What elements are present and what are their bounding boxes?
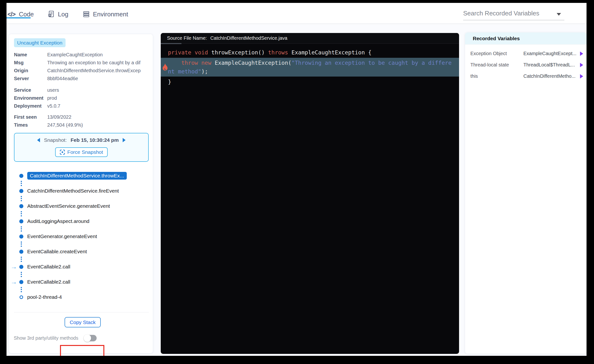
stack-frame[interactable]: CatchInDifferentMethodService.throwEx... [9, 172, 153, 180]
code-line: } [161, 78, 459, 86]
frame-marker-icon [19, 174, 24, 178]
code-keyword: throws [268, 49, 288, 56]
stack-frame[interactable]: pool-2-thread-4 [9, 293, 153, 301]
snapshot-previous-icon[interactable] [37, 138, 40, 142]
stack-frame-label: EventGenerator.generateEvent [27, 233, 97, 239]
row-service: Service users [14, 86, 150, 94]
code-header-indicator [161, 43, 182, 44]
row-server: Server 8bbf044ead6e [14, 75, 150, 83]
stack-frame[interactable]: EventGenerator.generateEvent [9, 232, 153, 240]
first-seen-value: 13/09/2022 [47, 114, 150, 120]
code-text [168, 60, 181, 66]
variable-name: this [470, 73, 523, 79]
code-text: ExampleCaughtException( [211, 60, 291, 66]
stack-connector [19, 240, 24, 247]
variable-row[interactable]: thisCatchInDifferentMetho... [465, 71, 587, 82]
name-value: ExampleCaughtException [47, 52, 150, 58]
search-underline [463, 20, 564, 20]
force-snapshot-button[interactable]: Force Snapshot [55, 147, 108, 157]
stack-frame[interactable]: →EventCallable2.call [9, 263, 153, 271]
code-text: ExampleCaughtException { [288, 49, 371, 56]
content-area: Uncaught Exception Name ExampleCaughtExc… [7, 25, 587, 356]
stack-frame[interactable]: EventCallable.createEvent [9, 247, 153, 256]
stack-frame-label: CatchInDifferentMethodService.fireEvent [27, 188, 119, 194]
stack-connector [19, 225, 24, 232]
server-value: 8bbf044ead6e [47, 76, 150, 81]
force-snapshot-icon [60, 150, 65, 155]
toggle-knob [84, 334, 91, 342]
first-seen-label: First seen [14, 114, 47, 120]
third-party-toggle-row: Show 3rd party/utility methods [14, 334, 97, 342]
frame-marker-icon [19, 280, 24, 284]
exception-fire-icon[interactable] [162, 63, 169, 71]
tab-environment[interactable]: Environment [83, 9, 128, 18]
tab-log[interactable]: Log [48, 9, 68, 18]
code-text: } [168, 79, 171, 85]
expand-variable-icon[interactable] [580, 52, 583, 56]
thread-marker-icon [19, 295, 24, 299]
stack-connector [19, 256, 24, 263]
exception-identity-group: Name ExampleCaughtException Msg Throwing… [14, 51, 150, 83]
stack-frame[interactable]: CatchInDifferentMethodService.fireEvent [9, 187, 153, 195]
code-viewer: Source File Name: CatchInDifferentMethod… [161, 33, 459, 354]
tab-log-label: Log [58, 11, 68, 18]
stack-frame-label: CatchInDifferentMethodService.throwEx... [27, 172, 127, 180]
variable-row[interactable]: Exception ObjectExampleCaughtExcept... [465, 48, 587, 59]
snapshot-next-icon[interactable] [123, 138, 126, 142]
stack-frame-label: EventCallable2.call [27, 264, 70, 270]
server-label: Server [14, 76, 47, 81]
recorded-variables-header: Recorded Variables [465, 33, 587, 45]
stack-connector [19, 180, 24, 187]
row-msg: Msg Throwing an exception to be caught b… [14, 59, 150, 67]
code-icon: </> [7, 11, 15, 18]
times-label: Times [14, 122, 47, 128]
variable-name: Thread-local state [470, 62, 523, 68]
third-party-toggle[interactable] [84, 335, 97, 341]
environment-value: prod [47, 95, 150, 101]
divider [14, 312, 149, 312]
code-text [191, 49, 195, 56]
log-icon [48, 11, 54, 18]
frame-marker-icon [19, 250, 24, 254]
code-keyword: throw [181, 60, 198, 66]
frame-marker-icon [19, 204, 24, 208]
stack-connector [19, 210, 24, 217]
frame-marker-icon [19, 189, 24, 193]
code-keyword: void [195, 49, 208, 56]
stack-frame[interactable]: AuditLoggingAspect.around [9, 217, 153, 225]
chevron-down-icon [557, 13, 561, 16]
code-line: private void throwException() throws Exa… [161, 48, 459, 57]
app-window: </> Code Log [7, 3, 587, 356]
code-keyword: new [202, 60, 212, 66]
code-keyword: private [168, 49, 191, 56]
snapshot-prefix: Snapshot: [44, 137, 67, 143]
deployment-group: Service users Environment prod Deploymen… [14, 86, 150, 110]
stack-connector [19, 286, 24, 293]
stack-frame[interactable]: →EventCallable2.call [9, 278, 153, 286]
tab-code[interactable]: </> Code [7, 9, 34, 18]
stack-frame-label: AuditLoggingAspect.around [27, 218, 89, 224]
times-value: 247,504 (49.9%) [47, 122, 150, 128]
variable-name: Exception Object [470, 51, 523, 56]
code-text: throwException() [208, 49, 268, 56]
stack-list: CatchInDifferentMethodService.throwEx...… [9, 172, 153, 301]
frame-marker-icon [19, 265, 24, 269]
expand-variable-icon[interactable] [580, 74, 583, 79]
service-label: Service [14, 87, 47, 93]
variable-row[interactable]: Thread-local stateThreadLocal$ThreadL... [465, 59, 587, 71]
exception-type-badge: Uncaught Exception [14, 38, 66, 47]
expand-variable-icon[interactable] [580, 63, 583, 67]
current-frame-arrow-icon: → [9, 278, 19, 285]
search-recorded-variables-dropdown[interactable]: Search Recorded Variables [463, 10, 564, 20]
occurrence-group: First seen 13/09/2022 Times 247,504 (49.… [14, 113, 150, 129]
copy-stack-button[interactable]: Copy Stack [65, 317, 101, 327]
stack-frame-label: EventCallable2.call [27, 279, 70, 285]
code-lines: private void throwException() throws Exa… [161, 44, 459, 86]
stack-frame-label: EventCallable.createEvent [27, 249, 87, 254]
variable-value: CatchInDifferentMetho... [523, 73, 580, 79]
row-origin: Origin CatchInDifferentMethodService.thr… [14, 67, 150, 75]
msg-label: Msg [14, 60, 47, 66]
stack-frame[interactable]: AbstractEventService.generateEvent [9, 202, 153, 210]
row-name: Name ExampleCaughtException [14, 51, 150, 59]
exception-details-panel: Uncaught Exception Name ExampleCaughtExc… [9, 34, 153, 353]
